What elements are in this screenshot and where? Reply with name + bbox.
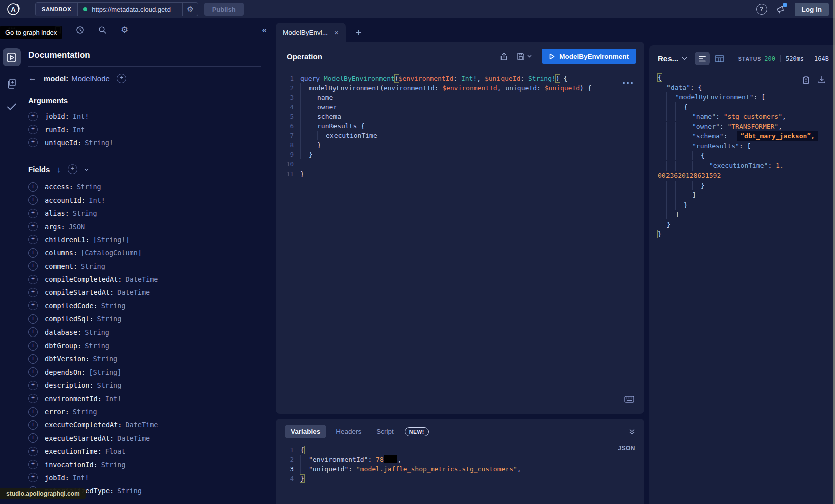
field-row[interactable]: +invocationId:String (28, 458, 263, 471)
query-editor[interactable]: 1query ModelByEnvironment($environmentId… (276, 74, 644, 179)
field-row[interactable]: +executeStartedAt:DateTime (28, 432, 263, 445)
share-operation-icon[interactable] (500, 52, 508, 61)
field-row[interactable]: +executionTime:Float (28, 445, 263, 458)
operation-tab[interactable]: ModelByEnvi... × (276, 23, 346, 42)
field-row[interactable]: +columns:[CatalogColumn] (28, 246, 263, 259)
field-row[interactable]: +accountId:Int! (28, 194, 263, 207)
keyboard-shortcuts-icon[interactable] (624, 396, 634, 403)
field-row[interactable]: +comment:String (28, 260, 263, 273)
add-field-button[interactable]: + (28, 248, 38, 258)
field-type[interactable]: String (97, 381, 122, 389)
field-type[interactable]: [String] (89, 368, 121, 376)
help-icon[interactable]: ? (756, 4, 767, 15)
field-row[interactable]: +description:String (28, 379, 263, 392)
field-row[interactable]: +args:JSON (28, 220, 263, 233)
add-field-button[interactable]: + (28, 460, 38, 469)
add-field-button[interactable]: + (28, 341, 38, 351)
add-field-button[interactable]: + (28, 301, 38, 310)
add-fields-chevron-icon[interactable] (84, 168, 89, 171)
field-type[interactable]: String (73, 209, 97, 217)
argument-row[interactable]: +runId:Int (28, 123, 263, 136)
add-all-fields-button[interactable]: + (68, 164, 77, 174)
add-field-button[interactable]: + (28, 394, 38, 403)
field-type[interactable]: String (81, 262, 105, 270)
editor-options-icon[interactable] (622, 82, 633, 84)
raw-view-button[interactable] (695, 52, 710, 65)
tab-variables[interactable]: Variables (285, 425, 326, 438)
field-type[interactable]: [CatalogColumn] (81, 249, 142, 257)
field-row[interactable]: +access:String (28, 180, 263, 193)
publish-button[interactable]: Publish (204, 3, 244, 16)
field-type[interactable]: String! (85, 139, 113, 147)
field-type[interactable]: [String!] (93, 236, 129, 244)
field-type[interactable]: DateTime (117, 288, 150, 296)
response-dropdown-chevron-icon[interactable] (682, 57, 687, 60)
announcements-icon[interactable] (776, 5, 786, 14)
endpoint-settings-icon[interactable]: ⚙ (182, 3, 197, 16)
operation-collections-icon[interactable] (6, 78, 17, 89)
settings-icon[interactable]: ⚙ (121, 25, 128, 35)
add-field-button[interactable]: + (28, 420, 38, 430)
field-row[interactable]: +dbtVersion:String (28, 352, 263, 365)
field-type[interactable]: String (93, 355, 117, 363)
add-field-button[interactable]: + (28, 354, 38, 364)
save-operation-button[interactable] (517, 52, 532, 60)
collapse-variables-icon[interactable] (629, 429, 635, 435)
field-row[interactable]: +database:String (28, 325, 263, 339)
add-field-button[interactable]: + (28, 235, 38, 244)
variables-editor[interactable]: 1{2"environmentId": 78,3"uniqueId": "mod… (276, 445, 644, 483)
add-field-button[interactable]: + (28, 138, 38, 147)
checklist-icon[interactable] (6, 102, 17, 111)
field-row[interactable]: +compileStartedAt:DateTime (28, 286, 263, 299)
add-field-button[interactable]: + (28, 327, 38, 337)
field-row[interactable]: +environmentId:Int! (28, 392, 263, 405)
login-button[interactable]: Log in (795, 3, 829, 16)
explorer-icon[interactable] (3, 48, 21, 66)
add-field-button[interactable]: + (28, 261, 38, 271)
field-type[interactable]: String (97, 315, 122, 323)
field-type[interactable]: String (85, 328, 109, 337)
field-row[interactable]: +dependsOn:[String] (28, 366, 263, 379)
add-field-button[interactable]: + (28, 288, 38, 297)
field-row[interactable]: +dbtGroup:String (28, 339, 263, 352)
field-type[interactable]: Int! (105, 395, 122, 403)
add-field-button[interactable]: + (28, 433, 38, 443)
add-field-button[interactable]: + (28, 125, 38, 134)
collapse-panel-icon[interactable]: « (262, 25, 267, 35)
add-field-button[interactable]: + (28, 275, 38, 284)
tab-headers[interactable]: Headers (329, 425, 367, 438)
field-type[interactable]: String (101, 461, 126, 469)
field-row[interactable]: +compileCompletedAt:DateTime (28, 273, 263, 286)
field-row[interactable]: +compiledSql:String (28, 312, 263, 325)
field-row[interactable]: +childrenL1:[String!] (28, 233, 263, 246)
close-tab-icon[interactable]: × (334, 28, 339, 37)
back-arrow-icon[interactable]: ← (28, 73, 37, 83)
argument-row[interactable]: +uniqueId:String! (28, 136, 263, 149)
field-row[interactable]: +error:String (28, 405, 263, 418)
field-type[interactable]: String (85, 342, 109, 350)
endpoint-url-input[interactable]: https://metadata.cloud.getd (92, 6, 182, 13)
field-row[interactable]: +alias:String (28, 207, 263, 220)
run-operation-button[interactable]: ModelByEnvironment (542, 49, 636, 64)
add-field-button[interactable]: + (28, 195, 38, 205)
tab-script[interactable]: Script (370, 425, 400, 438)
table-view-button[interactable] (715, 55, 724, 62)
field-type[interactable]: Int! (89, 196, 105, 204)
copy-response-icon[interactable] (802, 76, 810, 84)
field-row[interactable]: +compiledCode:String (28, 299, 263, 312)
field-type[interactable]: DateTime (125, 421, 158, 429)
history-icon[interactable] (76, 26, 84, 34)
field-row[interactable]: +executeCompletedAt:DateTime (28, 418, 263, 431)
breadcrumb-type[interactable]: ModelNode (71, 74, 110, 83)
argument-row[interactable]: +jobId:Int! (28, 110, 263, 123)
add-field-button[interactable]: + (28, 367, 38, 377)
add-field-button[interactable]: + (28, 182, 38, 192)
page-scrollbar[interactable] (833, 0, 835, 504)
field-type[interactable]: String (73, 408, 97, 416)
add-field-button[interactable]: + (28, 473, 38, 482)
add-field-button[interactable]: + (28, 209, 38, 218)
field-type[interactable]: String (117, 487, 142, 495)
field-type[interactable]: JSON (69, 223, 85, 231)
field-row[interactable]: +jobId:Int! (28, 471, 263, 484)
sort-fields-icon[interactable]: ↓ (57, 165, 61, 174)
